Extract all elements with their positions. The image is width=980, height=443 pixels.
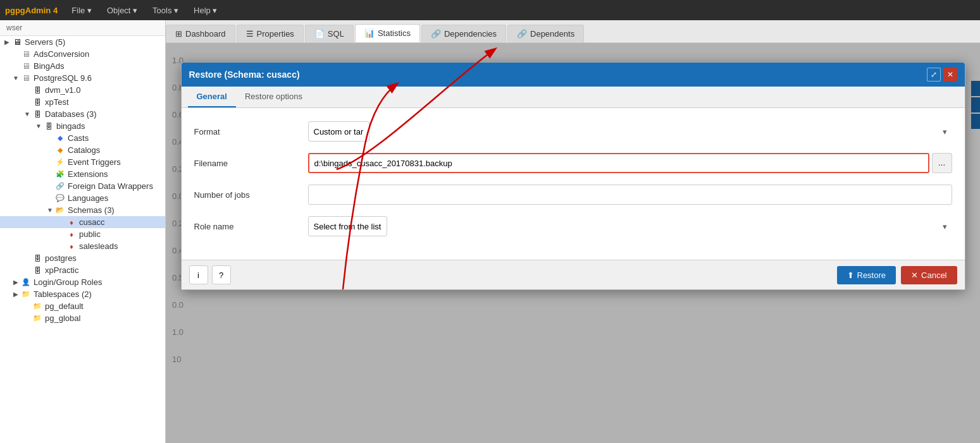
format-select-wrapper: Custom or tar ▾ <box>308 121 952 142</box>
sidebar-item-xppractic[interactable]: 🗄 xpPractic <box>0 264 165 276</box>
sql-icon: 📄 <box>314 29 325 39</box>
menu-tools[interactable]: Tools ▾ <box>146 3 185 18</box>
sidebar-item-postgres-db[interactable]: 🗄 postgres <box>0 252 165 264</box>
modal-maximize-button[interactable]: ⤢ <box>927 68 941 82</box>
tab-dependents[interactable]: 🔗 Dependents <box>507 25 584 42</box>
modal-title: Restore (Schema: cusacc) <box>189 70 300 80</box>
tablespaces-icon: 📁 <box>20 290 32 298</box>
databases-icon: 🗄 <box>32 111 43 118</box>
sidebar-header: wser <box>0 20 165 36</box>
schema-icon: ♦ <box>66 243 77 250</box>
modal-controls: ⤢ ✕ <box>927 68 957 82</box>
sidebar-item-label: AdsConversion <box>34 49 89 59</box>
schema-icon: ♦ <box>66 219 77 226</box>
sidebar-item-schemas[interactable]: ▼ 📂 Schemas (3) <box>0 204 165 216</box>
sidebar-item-label: salesleads <box>79 241 118 251</box>
form-row-role: Role name Select from the list ▾ <box>194 215 952 237</box>
tree-toggle: ▼ <box>46 207 54 214</box>
properties-icon: ☰ <box>246 29 254 39</box>
sidebar-item-pg-global[interactable]: 📁 pg_global <box>0 312 165 324</box>
sidebar-item-label: postgres <box>45 253 77 263</box>
role-select[interactable]: Select from the list <box>308 216 387 236</box>
tab-sql[interactable]: 📄 SQL <box>305 25 354 42</box>
modal-tab-general[interactable]: General <box>188 87 236 107</box>
tab-dependencies[interactable]: 🔗 Dependencies <box>421 25 506 42</box>
help-button[interactable]: ? <box>212 265 231 284</box>
sidebar-item-label: cusacc <box>79 217 104 227</box>
format-control: Custom or tar ▾ <box>308 121 952 142</box>
login-roles-icon: 👤 <box>20 278 32 286</box>
filename-input[interactable] <box>308 153 929 173</box>
cancel-button[interactable]: ✕ Cancel <box>901 266 957 284</box>
modal-header: Restore (Schema: cusacc) ⤢ ✕ <box>182 63 965 87</box>
sidebar-item-catalogs[interactable]: ◆ Catalogs <box>0 144 165 156</box>
tablespace-icon: 📁 <box>32 314 43 322</box>
num-jobs-input[interactable] <box>308 185 952 205</box>
database-icon: 🗄 <box>32 87 43 94</box>
modal-close-button[interactable]: ✕ <box>943 68 957 82</box>
select-arrow-icon: ▾ <box>943 222 947 231</box>
database-icon: 🗄 <box>32 255 43 262</box>
sidebar-item-tablespaces[interactable]: ▶ 📁 Tablespaces (2) <box>0 288 165 300</box>
dependents-icon: 🔗 <box>517 29 527 39</box>
restore-button[interactable]: ⬆ Restore <box>837 266 896 284</box>
menu-file[interactable]: File ▾ <box>65 3 98 18</box>
sidebar-item-label: xpPractic <box>45 265 78 275</box>
menu-object[interactable]: Object ▾ <box>101 3 144 18</box>
sidebar-item-label: Tablespaces (2) <box>34 289 92 299</box>
menu-help[interactable]: Help ▾ <box>187 3 223 18</box>
format-select[interactable]: Custom or tar <box>308 121 369 142</box>
footer-left-buttons: i ? <box>189 265 231 284</box>
sidebar-item-adsconversion[interactable]: 🖥 AdsConversion <box>0 48 165 60</box>
schema-icon: ♦ <box>66 231 77 238</box>
sidebar-item-dvm[interactable]: 🗄 dvm_v1.0 <box>0 84 165 96</box>
sidebar-item-servers[interactable]: ▶ 🖥 Servers (5) <box>0 36 165 48</box>
tab-properties[interactable]: ☰ Properties <box>237 25 304 42</box>
modal-tab-restore-options[interactable]: Restore options <box>236 87 311 107</box>
foreign-data-icon: 🔗 <box>54 182 66 190</box>
role-select-wrapper: Select from the list ▾ <box>308 216 952 236</box>
restore-modal: Restore (Schema: cusacc) ⤢ ✕ General Res… <box>181 62 965 290</box>
sidebar-item-label: pg_default <box>45 301 84 311</box>
form-row-format: Format Custom or tar ▾ <box>194 121 952 142</box>
filename-label: Filename <box>194 159 308 168</box>
tab-dashboard[interactable]: ⊞ Dashboard <box>166 25 235 42</box>
sidebar-item-label: public <box>79 229 101 239</box>
sidebar-item-cusacc[interactable]: ♦ cusacc <box>0 216 165 228</box>
sidebar-item-postgresql[interactable]: ▼ 🖥 PostgreSQL 9.6 <box>0 72 165 84</box>
sidebar-item-casts[interactable]: ◆ Casts <box>0 132 165 144</box>
sidebar-item-label: Schemas (3) <box>68 205 115 215</box>
sidebar-item-bingads-db[interactable]: ▼ 🗄 bingads <box>0 120 165 132</box>
tree-toggle: ▶ <box>11 291 20 298</box>
sidebar-item-login-roles[interactable]: ▶ 👤 Login/Group Roles <box>0 276 165 288</box>
logo-accent: pg <box>5 6 15 15</box>
sidebar-item-label: Login/Group Roles <box>34 277 102 287</box>
tree-toggle: ▼ <box>11 75 20 82</box>
sidebar-item-foreign-data[interactable]: 🔗 Foreign Data Wrappers <box>0 180 165 192</box>
tab-statistics[interactable]: 📊 Statistics <box>355 24 420 42</box>
sidebar-item-event-triggers[interactable]: ⚡ Event Triggers <box>0 156 165 168</box>
tree-toggle: ▶ <box>11 279 20 286</box>
menubar: pgpgAdmin 4 File ▾ Object ▾ Tools ▾ Help… <box>0 0 980 20</box>
app-logo: pgpgAdmin 4 <box>5 5 58 15</box>
database-icon: 🗄 <box>32 99 43 106</box>
modal-tabs: General Restore options <box>182 87 965 108</box>
sidebar-item-extensions[interactable]: 🧩 Extensions <box>0 168 165 180</box>
sidebar-item-databases[interactable]: ▼ 🗄 Databases (3) <box>0 108 165 120</box>
sidebar-item-languages[interactable]: 💬 Languages <box>0 192 165 204</box>
cancel-icon: ✕ <box>911 270 918 280</box>
sidebar-item-salesleads[interactable]: ♦ salesleads <box>0 240 165 252</box>
sidebar-item-pg-default[interactable]: 📁 pg_default <box>0 300 165 312</box>
event-triggers-icon: ⚡ <box>54 158 66 166</box>
sidebar-item-xptest[interactable]: 🗄 xpTest <box>0 96 165 108</box>
sidebar-item-bingads-server[interactable]: 🖥 BingAds <box>0 60 165 72</box>
sidebar-item-label: BingAds <box>34 61 64 71</box>
sidebar-item-public[interactable]: ♦ public <box>0 228 165 240</box>
sidebar-item-label: Languages <box>68 193 108 203</box>
info-button[interactable]: i <box>189 265 208 284</box>
sidebar-item-label: Event Triggers <box>68 157 121 167</box>
tab-bar: ⊞ Dashboard ☰ Properties 📄 SQL 📊 Statist… <box>166 20 980 43</box>
extensions-icon: 🧩 <box>54 170 66 178</box>
browse-button[interactable]: … <box>932 153 952 173</box>
schemas-icon: 📂 <box>54 206 66 214</box>
